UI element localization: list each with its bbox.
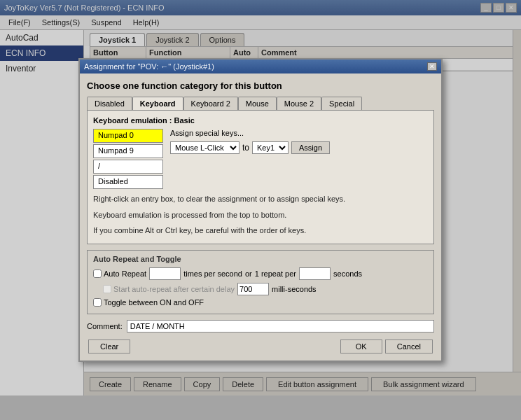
modal-body: Choose one function category for this bu… xyxy=(80,74,441,360)
modal-heading: Choose one function category for this bu… xyxy=(87,80,434,91)
ftab-special[interactable]: Special xyxy=(321,97,362,110)
key-item-numpad0[interactable]: Numpad 0 xyxy=(93,129,163,143)
info-text-2: Keyboard emulation is processed from the… xyxy=(93,209,428,221)
auto-repeat-label: Auto Repeat xyxy=(104,270,146,278)
special-keys-label: Assign special keys... xyxy=(170,129,428,137)
function-tabs: Disabled Keyboard Keyboard 2 Mouse Mouse… xyxy=(87,97,434,110)
footer-left: Clear xyxy=(88,340,130,354)
auto-repeat-checkbox[interactable] xyxy=(93,270,102,278)
ftab-mouse2[interactable]: Mouse 2 xyxy=(277,97,321,110)
start-delay-label: Start auto-repeat after certain delay xyxy=(113,285,235,293)
auto-repeat-checkbox-label[interactable]: Auto Repeat xyxy=(93,270,146,278)
assignment-modal: Assignment for "POV: ←" (Joystick#1) ✕ C… xyxy=(78,58,443,362)
modal-close-button[interactable]: ✕ xyxy=(427,62,437,71)
comment-input[interactable] xyxy=(127,320,434,332)
special-keys-panel: Assign special keys... Mouse L-ClickMous… xyxy=(170,129,428,189)
start-delay-row: Start auto-repeat after certain delay mi… xyxy=(93,283,428,295)
key-list: Numpad 0 Numpad 9 / Disabled xyxy=(93,129,163,189)
special-key-select[interactable]: Mouse L-ClickMouse R-ClickMouse M-Click xyxy=(170,141,239,154)
start-delay-checkbox-label[interactable]: Start auto-repeat after certain delay xyxy=(103,285,235,293)
toggle-checkbox[interactable] xyxy=(93,298,102,307)
start-delay-checkbox[interactable] xyxy=(103,285,111,293)
to-label: to xyxy=(242,143,249,153)
auto-repeat-row: Auto Repeat times per second or 1 repeat… xyxy=(93,267,428,280)
info-text-3: If you combine Alt or Ctrl key, be caref… xyxy=(93,225,428,237)
assign-button[interactable]: Assign xyxy=(291,141,330,154)
keyboard-panel: Keyboard emulation : Basic Numpad 0 Nump… xyxy=(87,110,434,244)
cancel-button[interactable]: Cancel xyxy=(385,340,433,354)
ftab-disabled[interactable]: Disabled xyxy=(87,97,132,110)
repeat-per-input[interactable] xyxy=(299,267,331,280)
key-item-disabled[interactable]: Disabled xyxy=(93,175,163,189)
assign-row: Mouse L-ClickMouse R-ClickMouse M-Click … xyxy=(170,141,428,154)
toggle-checkbox-label[interactable]: Toggle between ON and OFF xyxy=(93,298,204,307)
keyboard-main: Numpad 0 Numpad 9 / Disabled Assign spec… xyxy=(93,129,428,189)
key-item-numpad9[interactable]: Numpad 9 xyxy=(93,144,163,158)
clear-button[interactable]: Clear xyxy=(88,340,130,354)
milli-label: milli-seconds xyxy=(272,285,317,293)
footer-right: OK Cancel xyxy=(340,340,433,354)
ok-button[interactable]: OK xyxy=(340,340,382,354)
auto-repeat-title: Auto Repeat and Toggle xyxy=(93,255,428,263)
auto-repeat-group: Auto Repeat and Toggle Auto Repeat times… xyxy=(87,250,434,314)
toggle-label: Toggle between ON and OFF xyxy=(104,298,204,307)
ftab-keyboard[interactable]: Keyboard xyxy=(132,97,183,110)
modal-titlebar: Assignment for "POV: ←" (Joystick#1) ✕ xyxy=(80,59,441,74)
modal-footer: Clear OK Cancel xyxy=(87,340,434,354)
key-item-slash[interactable]: / xyxy=(93,160,163,174)
modal-title: Assignment for "POV: ←" (Joystick#1) xyxy=(84,62,214,71)
toggle-row: Toggle between ON and OFF xyxy=(93,298,428,307)
comment-row: Comment: xyxy=(87,320,434,332)
times-per-second-input[interactable] xyxy=(149,267,181,280)
keyboard-label: Keyboard emulation : Basic xyxy=(93,116,428,125)
or-label: or xyxy=(245,270,252,278)
key-slot-select[interactable]: Key1Key2Key3 xyxy=(252,141,289,154)
seconds-label: seconds xyxy=(333,270,362,278)
modal-overlay: Assignment for "POV: ←" (Joystick#1) ✕ C… xyxy=(0,0,521,420)
times-label: times per second xyxy=(183,270,242,278)
ftab-mouse[interactable]: Mouse xyxy=(238,97,277,110)
delay-input[interactable] xyxy=(237,283,269,295)
comment-label: Comment: xyxy=(87,322,123,330)
ftab-keyboard2[interactable]: Keyboard 2 xyxy=(183,97,238,110)
info-text-1: Right-click an entry box, to clear the a… xyxy=(93,193,428,205)
repeat-label: 1 repeat per xyxy=(255,270,296,278)
